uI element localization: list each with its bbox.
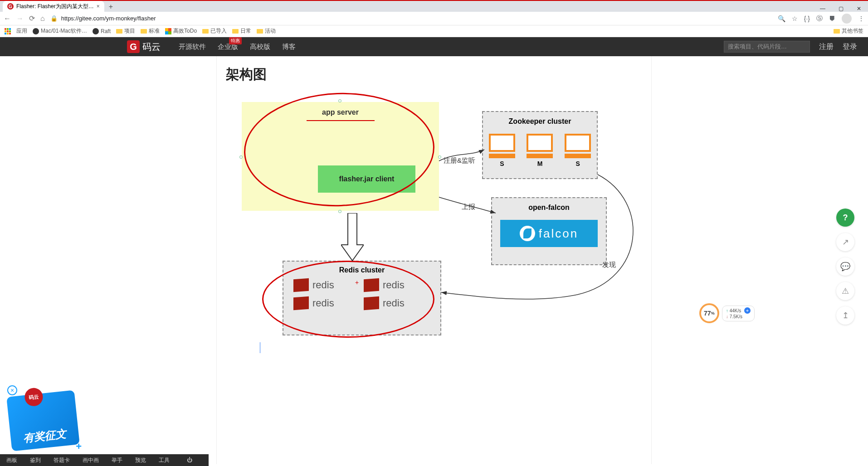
search-input[interactable]: 搜索项目、代码片段… — [724, 41, 810, 53]
window-controls: — ▢ ✕ — [814, 5, 868, 12]
address-bar: ← → ⟳ ⌂ 🔒 https://gitee.com/ym-monkey/fl… — [0, 12, 868, 25]
back-button[interactable]: ← — [4, 15, 11, 23]
floating-actions: ? ↗ 💬 ⚠ ↥ — [836, 209, 854, 325]
url-field[interactable]: 🔒 https://gitee.com/ym-monkey/flasher — [50, 15, 772, 22]
annotation-plus-icon: + — [355, 279, 359, 286]
page-title: 架构图 — [226, 65, 651, 84]
todo-icon — [165, 28, 171, 34]
other-bookmarks[interactable]: 其他书签 — [834, 27, 863, 35]
folder-icon — [232, 29, 239, 34]
tab-title: Flasher: Flasher为国内某大型… — [16, 3, 94, 10]
apps-icon[interactable] — [5, 28, 11, 34]
report-button[interactable]: ⚠ — [836, 282, 854, 300]
back-to-top-button[interactable]: ↥ — [836, 306, 854, 325]
ext-2-icon[interactable]: Ⓢ — [816, 14, 823, 24]
bookmark-bar: 应用 Mac/01-Mac软件… Raft 项目 标准 高效ToDo 已导入 日… — [0, 25, 868, 37]
toolbar-item[interactable]: 工具 — [159, 456, 170, 464]
connector-discover — [441, 175, 650, 306]
bookmark-item[interactable]: Raft — [93, 28, 111, 34]
bookmark-item[interactable]: 应用 — [16, 27, 27, 35]
browser-tabstrip: G Flasher: Flasher为国内某大型… × + — ▢ ✕ — [0, 0, 868, 12]
home-button[interactable]: ⌂ — [40, 15, 45, 23]
promo-widget[interactable]: × 码云 有奖征文 + — [9, 393, 77, 448]
profile-icon[interactable] — [842, 14, 852, 24]
net-percent: 77% — [699, 303, 719, 323]
help-button[interactable]: ? — [836, 209, 854, 227]
nav-edu[interactable]: 高校版 — [250, 43, 270, 51]
reload-button[interactable]: ⟳ — [29, 14, 35, 23]
bookmark-item[interactable]: 标准 — [141, 27, 160, 35]
bottom-toolbar: 画板 鉴到 答题卡 画中画 举手 预览 工具 ⏻ — [0, 454, 209, 466]
bookmark-item[interactable]: Mac/01-Mac软件… — [33, 27, 87, 35]
github-icon — [93, 28, 99, 34]
zk-node: S — [488, 134, 516, 167]
bookmark-item[interactable]: 项目 — [116, 27, 135, 35]
toolbar-item[interactable]: 鉴到 — [30, 456, 41, 464]
edge-label-register: 注册&监听 — [444, 156, 475, 165]
text-caret-icon — [260, 342, 260, 353]
promo-text: 有奖征文 — [22, 427, 67, 446]
toolbar-item[interactable]: 画板 — [6, 456, 17, 464]
maximize-button[interactable]: ▢ — [832, 5, 850, 12]
register-link[interactable]: 注册 — [819, 42, 834, 52]
folder-icon — [141, 29, 147, 34]
gitee-favicon-icon: G — [7, 3, 14, 10]
zookeeper-title: Zookeeper cluster — [483, 117, 597, 126]
lock-icon: 🔒 — [50, 15, 58, 22]
net-add-icon[interactable]: + — [744, 307, 751, 314]
selection-handle-icon[interactable] — [338, 210, 341, 213]
login-link[interactable]: 登录 — [843, 42, 857, 52]
star-icon[interactable]: ☆ — [792, 14, 798, 24]
folder-icon — [257, 29, 263, 34]
ext-3-icon[interactable]: ⛊ — [829, 14, 835, 24]
ext-1-icon[interactable]: {·} — [804, 14, 810, 24]
bookmark-item[interactable]: 高效ToDo — [165, 27, 197, 35]
url-text: https://gitee.com/ym-monkey/flasher — [61, 15, 156, 22]
power-icon[interactable]: ⏻ — [187, 457, 192, 463]
forward-button[interactable]: → — [16, 15, 24, 23]
menu-icon[interactable]: ⋮ — [858, 14, 864, 24]
bookmark-item[interactable]: 日常 — [232, 27, 251, 35]
bookmark-item[interactable]: 活动 — [257, 27, 276, 35]
promo-close-icon[interactable]: × — [7, 385, 17, 395]
gitee-brand: 码云 — [142, 41, 161, 53]
zk-node: M — [526, 134, 554, 167]
promo-plus-icon: + — [76, 441, 82, 452]
toolbar-item[interactable]: 画中画 — [83, 456, 99, 464]
new-tab-button[interactable]: + — [109, 3, 113, 12]
edge-label-discover: 发现 — [602, 261, 616, 269]
nav-blog[interactable]: 博客 — [282, 43, 296, 51]
net-stats: ↑ 44K/s + ↓ 7.5K/s — [722, 306, 755, 321]
gitee-icon: G — [127, 40, 140, 53]
folder-icon — [834, 29, 840, 34]
folder-icon — [116, 29, 122, 34]
toolbar-item[interactable]: 举手 — [112, 456, 122, 464]
browser-tab[interactable]: G Flasher: Flasher为国内某大型… × — [3, 1, 104, 12]
annotation-circle — [262, 261, 434, 338]
gitee-header: G 码云 开源软件 企业版特惠 高校版 博客 搜索项目、代码片段… 注册 登录 — [0, 37, 868, 56]
selection-handle-icon[interactable] — [239, 155, 243, 159]
github-icon — [33, 28, 39, 34]
zk-node: S — [564, 134, 592, 167]
minimize-button[interactable]: — — [814, 5, 832, 12]
close-window-button[interactable]: ✕ — [850, 5, 868, 12]
toolbar-item[interactable]: 答题卡 — [54, 456, 70, 464]
toolbar-item[interactable]: 预览 — [135, 456, 146, 464]
share-button[interactable]: ↗ — [836, 233, 854, 251]
gitee-logo[interactable]: G 码云 — [127, 40, 161, 53]
zoom-icon[interactable]: 🔍 — [778, 14, 785, 24]
zookeeper-box: Zookeeper cluster S M S — [482, 111, 598, 179]
nav-badge: 特惠 — [229, 37, 242, 44]
folder-icon — [202, 29, 209, 34]
bookmark-item[interactable]: 已导入 — [202, 27, 227, 35]
arrow-down-icon — [341, 213, 364, 263]
close-tab-icon[interactable]: × — [97, 3, 100, 10]
architecture-diagram: app server flasher.jar client Zookeeper … — [217, 102, 652, 383]
feedback-button[interactable]: 💬 — [836, 257, 854, 276]
nav-opensource[interactable]: 开源软件 — [179, 43, 206, 51]
network-widget[interactable]: 77% ↑ 44K/s + ↓ 7.5K/s — [699, 303, 755, 323]
nav-enterprise[interactable]: 企业版特惠 — [218, 43, 238, 51]
content-area: 架构图 app server flasher.jar client Zookee… — [216, 56, 652, 464]
